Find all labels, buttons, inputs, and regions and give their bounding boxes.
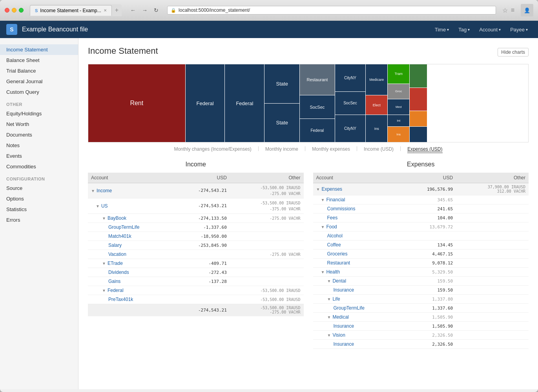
etrade-row-label[interactable]: ▼ETrade [88, 259, 175, 268]
chart-tab-income-usd[interactable]: Income (USD) [364, 146, 394, 153]
grouptermlife-row-label[interactable]: GroupTermLife [88, 223, 175, 232]
federal-row-label[interactable]: ▼Federal [88, 286, 175, 295]
new-tab-button[interactable]: + [112, 4, 122, 16]
medical-row-label[interactable]: ▼Medical [313, 313, 403, 322]
dental-insurance-row-label[interactable]: Insurance [313, 286, 403, 295]
restaurant-row-label[interactable]: Restaurant [313, 259, 403, 268]
treemap-insurance-sm[interactable]: Ins [388, 127, 409, 142]
forward-button[interactable]: → [140, 6, 150, 14]
treemap-electric[interactable]: Elect [366, 95, 387, 115]
chart-tab-monthly-income[interactable]: Monthly income [265, 146, 298, 153]
treemap-tram[interactable]: Tram [388, 64, 409, 84]
sidebar-item-statistics[interactable]: Statistics [0, 204, 78, 215]
sidebar-item-custom-query[interactable]: Custom Query [0, 87, 78, 97]
treemap-cityny-2[interactable]: CityNY [335, 115, 365, 142]
profile-icon[interactable]: 👤 [521, 4, 533, 16]
table-row: GroupTermLife -1,337.60 [88, 223, 304, 232]
minimize-button[interactable] [12, 8, 16, 13]
other-section-label: OTHER [0, 97, 78, 108]
health-row-label[interactable]: ▼Health [313, 268, 403, 277]
treemap-federal-1[interactable]: Federal [185, 64, 225, 142]
life-grouptermlife-row-label[interactable]: GroupTermLife [313, 304, 403, 313]
tag-nav-item[interactable]: Tag ▾ [454, 24, 474, 35]
income-total-other: -53,500.00 IRAUSD-275.00 VACHR [230, 304, 304, 316]
salary-row-label[interactable]: Salary [88, 241, 175, 250]
pretax401k-row-label[interactable]: PreTax401k [88, 295, 175, 304]
sidebar-item-income-statement[interactable]: Income Statement [0, 44, 78, 55]
baybook-row-label[interactable]: ▼BayBook [88, 214, 175, 223]
back-button[interactable]: ← [128, 6, 138, 14]
match401k-row-label[interactable]: Match401k [88, 232, 175, 241]
sidebar-item-net-worth[interactable]: Net Worth [0, 119, 78, 129]
reload-button[interactable]: ↻ [151, 6, 161, 14]
treemap-internet[interactable]: Int [388, 115, 409, 127]
treemap-rent[interactable]: Rent [88, 64, 185, 142]
coffee-row-label[interactable]: Coffee [313, 241, 403, 250]
alcohol-row-label[interactable]: Alcohol [313, 232, 403, 241]
chart-tab-monthly-changes[interactable]: Monthly changes (Income/Expenses) [174, 146, 251, 153]
commissions-row-label[interactable]: Commissions [313, 204, 403, 213]
sidebar-item-equity-holdings[interactable]: Equity/Holdings [0, 108, 78, 119]
treemap-state-1[interactable]: State [264, 64, 299, 104]
treemap-misc-1[interactable] [410, 64, 427, 88]
dental-row-label[interactable]: ▼Dental [313, 277, 403, 286]
sidebar-item-source[interactable]: Source [0, 183, 78, 193]
time-nav-item[interactable]: Time ▾ [431, 24, 453, 35]
treemap-socsec-2[interactable]: SocSec [335, 92, 365, 115]
vision-row-label[interactable]: ▼Vision [313, 331, 403, 340]
us-row-label[interactable]: ▼US [88, 199, 175, 214]
treemap-state-2[interactable]: State [264, 104, 299, 142]
treemap-cityny-1[interactable]: CityNY [335, 64, 365, 92]
maximize-button[interactable] [19, 8, 24, 13]
table-row: Commissions 241.65 [313, 204, 529, 213]
treemap-federal-sm[interactable]: Federal [300, 119, 335, 142]
life-row-usd: 1,337.80 [403, 295, 456, 304]
url-display[interactable]: localhost:5000/income_statement/ [179, 7, 492, 13]
gains-row-label[interactable]: Gains [88, 277, 175, 286]
income-row-label[interactable]: ▼Income [88, 183, 175, 199]
dividends-row-label[interactable]: Dividends [88, 268, 175, 277]
sidebar-item-commodities[interactable]: Commodities [0, 161, 78, 172]
treemap-misc-3[interactable] [410, 111, 427, 127]
food-row-label[interactable]: ▼Food [313, 222, 403, 232]
chart-tab-expenses-usd[interactable]: Expenses (USD) [407, 146, 442, 153]
vacation-row-label[interactable]: Vacation [88, 250, 175, 259]
account-nav-item[interactable]: Account ▾ [475, 24, 505, 35]
sidebar-item-general-journal[interactable]: General Journal [0, 76, 78, 87]
table-row: ▼Expenses 196,576.99 37,900.00 IRAUSD312… [313, 183, 529, 195]
menu-icon[interactable]: ≡ [511, 7, 514, 14]
treemap-groceries[interactable]: Groc [388, 84, 409, 100]
groceries-row-label[interactable]: Groceries [313, 250, 403, 259]
treemap-insurance-1[interactable]: Ins [366, 115, 387, 142]
life-row-label[interactable]: ▼Life [313, 295, 403, 304]
sidebar-item-options[interactable]: Options [0, 193, 78, 204]
expenses-row-label[interactable]: ▼Expenses [313, 183, 403, 195]
table-row: GroupTermLife 1,337.60 [313, 304, 529, 313]
vision-insurance-row-label[interactable]: Insurance [313, 340, 403, 349]
treemap-restaurant[interactable]: Restaurant [300, 64, 335, 95]
sidebar-item-notes[interactable]: Notes [0, 140, 78, 151]
treemap-medicare-2[interactable]: Med [388, 99, 409, 115]
fees-row-label[interactable]: Fees [313, 213, 403, 222]
tab-close-button[interactable]: ✕ [104, 8, 107, 13]
browser-tab[interactable]: S Income Statement - Examp... ✕ [30, 5, 112, 16]
treemap-misc-4[interactable] [410, 127, 427, 142]
close-button[interactable] [5, 8, 9, 13]
treemap-socsec-1[interactable]: SocSec [300, 95, 335, 119]
sidebar-item-errors[interactable]: Errors [0, 215, 78, 225]
treemap-federal-2[interactable]: Federal [224, 64, 264, 142]
medical-insurance-row-label[interactable]: Insurance [313, 322, 403, 331]
sidebar-item-events[interactable]: Events [0, 151, 78, 161]
bookmark-icon[interactable]: ☆ [502, 7, 508, 14]
chart-tab-monthly-expenses[interactable]: Monthly expenses [312, 146, 350, 153]
payee-nav-item[interactable]: Payee ▾ [506, 24, 532, 35]
table-row: ▼ETrade -409.71 [88, 259, 304, 268]
financial-row-label[interactable]: ▼Financial [313, 195, 403, 204]
table-row: Insurance 1,505.90 [313, 322, 529, 331]
sidebar-item-documents[interactable]: Documents [0, 129, 78, 140]
hide-charts-button[interactable]: Hide charts [498, 48, 529, 57]
treemap-medicare-1[interactable]: Medicare [366, 64, 387, 95]
sidebar-item-balance-sheet[interactable]: Balance Sheet [0, 55, 78, 66]
treemap-misc-2[interactable] [410, 88, 427, 111]
sidebar-item-trial-balance[interactable]: Trial Balance [0, 66, 78, 76]
